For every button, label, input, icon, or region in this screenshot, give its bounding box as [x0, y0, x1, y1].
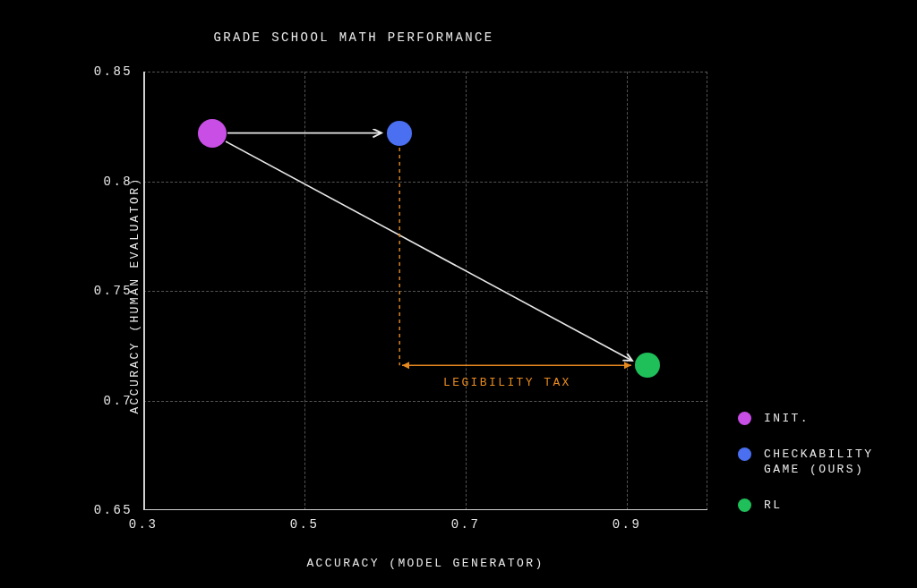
x-tick-label: 0.7	[451, 517, 480, 532]
y-tick-label: 0.8	[104, 175, 133, 189]
point-checkability-game	[387, 121, 412, 146]
x-tick-label: 0.5	[290, 517, 319, 532]
legend-item-rl: RL	[738, 498, 873, 514]
legend-dot-icon	[738, 499, 751, 512]
legend-item-init: INIT.	[738, 411, 873, 427]
chart-container: GRADE SCHOOL MATH PERFORMANCE ACCURACY (…	[0, 0, 917, 588]
legend-label: INIT.	[764, 411, 810, 427]
legend: INIT. CHECKABILITY GAME (OURS) RL	[738, 411, 873, 533]
y-tick-label: 0.85	[94, 64, 133, 79]
point-init	[198, 119, 227, 148]
x-tick-label: 0.9	[613, 517, 641, 532]
y-tick-label: 0.65	[94, 503, 133, 517]
legend-item-ours: CHECKABILITY GAME (OURS)	[738, 447, 873, 478]
legend-label: CHECKABILITY GAME (OURS)	[764, 447, 873, 478]
x-tick-label: 0.3	[129, 517, 158, 532]
plot-area: LEGIBILITY TAX	[143, 72, 707, 510]
arrow-init-to-rl	[226, 141, 632, 361]
chart-arrows	[143, 72, 707, 510]
legend-dot-icon	[738, 412, 751, 425]
legend-label-line: GAME (OURS)	[764, 463, 864, 476]
legend-label-line: CHECKABILITY	[764, 447, 873, 461]
legend-label: RL	[764, 498, 782, 514]
x-axis-label: ACCURACY (MODEL GENERATOR)	[143, 557, 707, 570]
legibility-tax-label: LEGIBILITY TAX	[443, 376, 571, 389]
y-tick-label: 0.75	[94, 284, 133, 298]
point-rl	[635, 353, 660, 378]
y-tick-label: 0.7	[104, 394, 133, 408]
legend-dot-icon	[738, 447, 751, 461]
chart-title: GRADE SCHOOL MATH PERFORMANCE	[0, 30, 707, 45]
